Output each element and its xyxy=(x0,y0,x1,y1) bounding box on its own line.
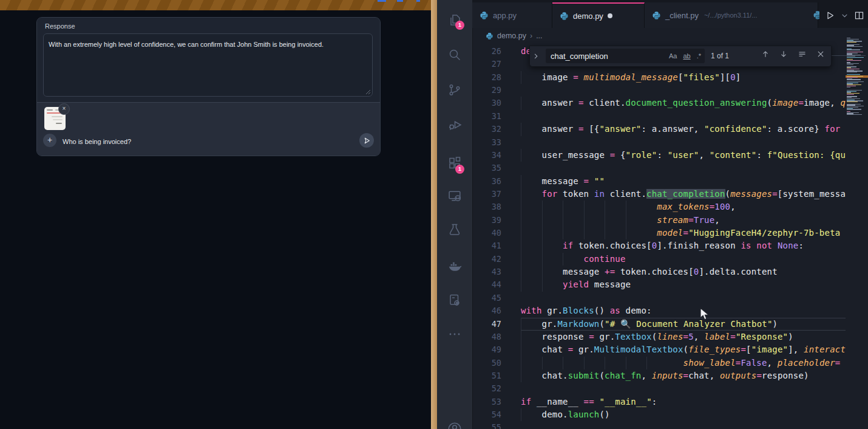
title-bar-mark xyxy=(397,0,403,2)
code-line: if __name__ == "__main__": xyxy=(521,396,846,408)
code-line xyxy=(521,110,846,123)
chat-input[interactable]: Who is being invoiced? xyxy=(63,138,131,145)
code-editor[interactable]: 2627282930313233343536373839404142434445… xyxy=(472,44,868,429)
line-number: 53 xyxy=(472,396,501,408)
tab-strip: app.py demo.py _client.py ~ xyxy=(472,0,868,28)
tab-client-py[interactable]: _client.py ~/.../python3.11/... xyxy=(645,2,818,28)
line-number: 30 xyxy=(472,97,501,109)
tab-demo-py[interactable]: demo.py xyxy=(552,2,645,28)
run-debug-icon[interactable] xyxy=(437,112,472,137)
line-number: 29 xyxy=(472,84,501,97)
editor-group: app.py demo.py _client.py ~ xyxy=(472,0,868,429)
send-icon xyxy=(363,137,371,145)
whole-word-button[interactable]: ab xyxy=(683,52,690,60)
response-card: Response With an extremely high level of… xyxy=(36,17,381,156)
line-number: 35 xyxy=(472,162,501,174)
line-number: 46 xyxy=(472,304,501,317)
line-number: 40 xyxy=(472,227,501,239)
find-input[interactable]: chat_completion Aa ab .* xyxy=(546,49,705,63)
code-line: continue xyxy=(521,253,846,266)
code-line: image = multimodal_message["files"][0] xyxy=(521,71,846,84)
code-line: model="HuggingFaceH4/zephyr-7b-beta xyxy=(521,227,846,239)
docker-icon[interactable] xyxy=(437,253,472,278)
extensions-icon[interactable] xyxy=(437,151,472,175)
account-icon[interactable] xyxy=(437,417,472,429)
tab-app-py[interactable]: app.py xyxy=(472,2,552,28)
code-line: message += token.choices[0].delta.conten… xyxy=(521,266,846,278)
line-number: 37 xyxy=(472,188,501,201)
previous-match-button[interactable] xyxy=(761,50,770,58)
source-control-icon[interactable] xyxy=(437,78,472,102)
line-number: 49 xyxy=(472,343,501,356)
modified-dot-icon[interactable] xyxy=(608,13,612,18)
find-widget: chat_completion Aa ab .* 1 of 1 xyxy=(529,46,832,67)
code-line: chat.submit(chat_fn, inputs=chat, output… xyxy=(521,369,846,382)
find-results-count: 1 of 1 xyxy=(711,52,729,60)
response-text: With an extremely high level of confiden… xyxy=(49,40,365,49)
code-line: answer = client.document_question_answer… xyxy=(521,97,846,109)
play-icon xyxy=(825,10,835,21)
mouse-cursor xyxy=(700,307,710,321)
run-dropdown-button[interactable] xyxy=(841,12,849,19)
line-number: 51 xyxy=(472,369,501,382)
send-button[interactable] xyxy=(359,133,374,148)
line-number: 50 xyxy=(472,357,501,369)
line-number: 42 xyxy=(472,253,501,266)
tasks-gear-icon[interactable] xyxy=(437,288,472,312)
code-line: show_label=False, placeholder= xyxy=(521,357,846,369)
toggle-replace-button[interactable] xyxy=(532,51,539,62)
code-line xyxy=(521,136,846,149)
minimap[interactable] xyxy=(846,30,868,429)
screen: Response With an extremely high level of… xyxy=(0,0,868,429)
code-line: if token.choices[0].finish_reason is not… xyxy=(521,239,846,252)
run-button[interactable] xyxy=(825,10,835,21)
tab-label: demo.py xyxy=(573,12,603,21)
response-textarea[interactable]: With an extremely high level of confiden… xyxy=(43,33,373,97)
code-line xyxy=(521,84,846,97)
find-query: chat_completion xyxy=(551,52,608,61)
breadcrumb-more[interactable]: ... xyxy=(536,32,542,40)
response-block: Response With an extremely high level of… xyxy=(37,18,380,103)
line-number: 55 xyxy=(472,421,501,429)
match-case-button[interactable]: Aa xyxy=(669,52,677,60)
line-number: 34 xyxy=(472,149,501,162)
line-number: 38 xyxy=(472,201,501,213)
remove-attachment-button[interactable]: × xyxy=(58,103,70,115)
response-label: Response xyxy=(45,22,75,30)
resize-handle-icon[interactable] xyxy=(365,89,371,95)
line-number: 52 xyxy=(472,382,501,395)
breadcrumb[interactable]: demo.py › ... xyxy=(472,28,868,44)
code-line: response = gr.Textbox(lines=5, label="Re… xyxy=(521,331,846,343)
line-number: 28 xyxy=(472,71,501,84)
vscode-window: 1 xyxy=(437,0,868,429)
regex-button[interactable]: .* xyxy=(697,52,701,60)
find-in-selection-button[interactable] xyxy=(798,49,807,58)
code-line xyxy=(521,162,846,174)
line-number: 47 xyxy=(472,318,501,331)
code-line: gr.Markdown("# 🔍 Document Analyzer Chatb… xyxy=(521,318,846,331)
tab-label: _client.py xyxy=(665,11,699,20)
add-file-button[interactable]: + xyxy=(43,134,56,147)
chat-input-area: × + Who is being invoiced? xyxy=(37,102,380,156)
line-number: 48 xyxy=(472,331,501,343)
browser-title-bar xyxy=(0,0,431,10)
explorer-icon[interactable] xyxy=(437,8,472,32)
title-bar-mark xyxy=(378,0,386,2)
arrow-up-icon xyxy=(761,50,770,58)
more-ellipsis-icon[interactable] xyxy=(437,322,472,346)
testing-beaker-icon[interactable] xyxy=(437,218,472,242)
python-icon xyxy=(486,32,493,40)
next-match-button[interactable] xyxy=(779,50,788,58)
breadcrumb-file[interactable]: demo.py xyxy=(497,32,526,40)
code-lines: de image = multimodal_message["files"][0… xyxy=(521,44,846,429)
line-number: 32 xyxy=(472,123,501,136)
attachment-thumbnail[interactable]: × xyxy=(44,107,66,130)
search-icon[interactable] xyxy=(437,43,472,67)
code-line xyxy=(521,292,846,304)
close-find-button[interactable] xyxy=(816,50,825,58)
remote-explorer-icon[interactable] xyxy=(437,184,472,208)
editor-actions xyxy=(813,2,864,28)
code-line: with gr.Blocks() as demo: xyxy=(521,304,846,317)
split-editor-button[interactable] xyxy=(854,10,864,21)
line-number: 45 xyxy=(472,292,501,304)
